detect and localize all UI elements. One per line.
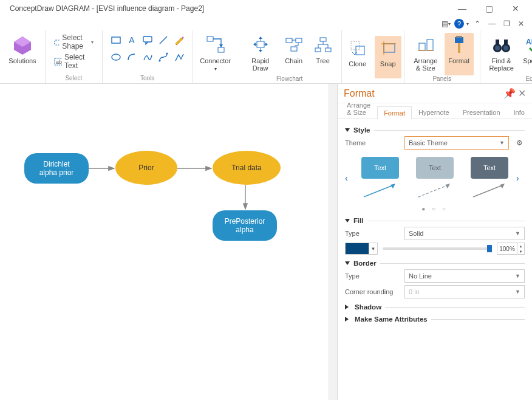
svg-rect-2 bbox=[55, 40, 60, 45]
arrange-size-button[interactable]: Arrange & Size bbox=[411, 33, 441, 75]
style-next[interactable]: › bbox=[516, 173, 525, 182]
fill-opacity-slider[interactable] bbox=[383, 247, 492, 250]
snap-icon bbox=[377, 37, 399, 59]
bezier-tool[interactable] bbox=[156, 50, 171, 64]
svg-marker-16 bbox=[259, 36, 262, 39]
polyline-tool[interactable] bbox=[172, 50, 186, 64]
window-title: ConceptDraw DIAGRAM - [EVSI influence di… bbox=[4, 4, 204, 13]
ellipse-tool[interactable] bbox=[109, 50, 123, 64]
minimize-button[interactable]: — bbox=[449, 1, 475, 16]
svg-rect-7 bbox=[143, 36, 152, 42]
doc-close-icon[interactable]: ✕ bbox=[515, 18, 527, 30]
line-tool[interactable] bbox=[156, 33, 171, 47]
tab-presentation[interactable]: Presentation bbox=[456, 106, 507, 119]
svg-point-40 bbox=[503, 46, 508, 50]
arrow-style-3[interactable] bbox=[471, 181, 508, 199]
text-tool[interactable]: A bbox=[124, 33, 139, 47]
svg-rect-22 bbox=[291, 47, 297, 51]
shadow-section-toggle[interactable]: Shadow bbox=[345, 303, 525, 311]
connector-icon bbox=[205, 34, 227, 56]
arrange-icon bbox=[415, 34, 437, 56]
select-text-icon: ab bbox=[54, 57, 62, 66]
maximize-button[interactable]: ▢ bbox=[476, 1, 502, 16]
workspace: Dirichlet alpha prior Prior Trial data P… bbox=[0, 84, 532, 400]
svg-text:ab: ab bbox=[56, 59, 62, 65]
panel-close-icon[interactable]: ✕ bbox=[518, 88, 526, 99]
select-shape-button[interactable]: Select Shape ▾ bbox=[52, 33, 96, 51]
border-section-toggle[interactable]: Border bbox=[345, 260, 525, 267]
fill-color-picker[interactable]: ▼ bbox=[345, 243, 378, 255]
pin-icon[interactable]: 📌 bbox=[503, 88, 516, 99]
theme-select[interactable]: Basic Theme▼ bbox=[404, 136, 509, 150]
svg-rect-24 bbox=[315, 48, 321, 52]
chain-button[interactable]: Chain bbox=[281, 33, 307, 75]
rapid-draw-icon bbox=[250, 34, 271, 56]
doc-restore-icon[interactable]: ❐ bbox=[500, 18, 513, 30]
svg-point-9 bbox=[112, 54, 120, 60]
style-swatch-1[interactable]: Text bbox=[361, 157, 399, 179]
connector-button[interactable]: Connector ▾ bbox=[199, 33, 232, 75]
find-replace-button[interactable]: Find & Replace bbox=[486, 33, 517, 75]
rectangle-tool[interactable] bbox=[109, 33, 123, 47]
tab-arrange[interactable]: Arrange & Size bbox=[340, 98, 377, 119]
rapid-draw-button[interactable]: Rapid Draw bbox=[244, 33, 277, 75]
border-type-select[interactable]: No Line▼ bbox=[404, 269, 525, 283]
canvas[interactable]: Dirichlet alpha prior Prior Trial data P… bbox=[0, 84, 338, 400]
binoculars-icon bbox=[491, 34, 513, 56]
svg-rect-20 bbox=[286, 38, 292, 43]
svg-rect-28 bbox=[384, 44, 395, 52]
svg-rect-23 bbox=[320, 38, 326, 41]
svg-rect-12 bbox=[207, 36, 213, 41]
spelling-button[interactable]: ABC Spelling bbox=[520, 33, 532, 75]
tab-format[interactable]: Format bbox=[377, 106, 412, 119]
panel-tabs: Arrange & Size Format Hypernote Presenta… bbox=[338, 103, 532, 119]
corner-rounding-select[interactable]: 0 in▼ bbox=[404, 285, 525, 298]
collapse-ribbon-icon[interactable]: ⌃ bbox=[471, 18, 483, 30]
spline-tool[interactable] bbox=[140, 50, 155, 64]
chain-icon bbox=[283, 34, 305, 56]
svg-marker-17 bbox=[259, 50, 262, 52]
arc-tool[interactable] bbox=[124, 50, 139, 64]
svg-rect-34 bbox=[455, 37, 463, 43]
select-text-button[interactable]: ab Select Text bbox=[52, 52, 96, 71]
arrow-style-1[interactable] bbox=[361, 181, 399, 199]
style-swatch-3[interactable]: Text bbox=[471, 157, 508, 179]
svg-line-54 bbox=[473, 185, 503, 197]
svg-marker-53 bbox=[445, 184, 450, 188]
fill-section-toggle[interactable]: Fill bbox=[345, 217, 525, 224]
fill-opacity-input[interactable]: 100%▲▼ bbox=[497, 243, 525, 255]
theme-settings-icon[interactable]: ⚙ bbox=[514, 137, 525, 148]
tab-hypernote[interactable]: Hypernote bbox=[412, 106, 456, 119]
callout-tool[interactable] bbox=[140, 33, 155, 47]
solutions-button[interactable]: Solutions bbox=[6, 33, 39, 75]
svg-rect-15 bbox=[257, 41, 264, 47]
make-same-section-toggle[interactable]: Make Same Attributes bbox=[345, 316, 525, 323]
tab-info[interactable]: Info bbox=[507, 106, 531, 119]
doc-icon[interactable]: ▤▾ bbox=[440, 18, 452, 30]
select-shape-icon bbox=[54, 37, 60, 47]
style-prev[interactable]: ‹ bbox=[345, 173, 353, 182]
svg-rect-32 bbox=[427, 40, 433, 50]
doc-controls: ▤▾ ?▾ ⌃ — ❐ ✕ bbox=[0, 17, 532, 30]
svg-text:A: A bbox=[129, 35, 135, 45]
canvas-scrollbar[interactable] bbox=[329, 84, 337, 400]
style-pager[interactable]: ● ○ ○ bbox=[345, 205, 525, 212]
panel-title: Format bbox=[344, 88, 375, 99]
svg-rect-42 bbox=[504, 40, 508, 46]
fill-type-select[interactable]: Solid▼ bbox=[404, 227, 525, 240]
svg-rect-31 bbox=[419, 43, 425, 50]
tree-button[interactable]: Tree bbox=[311, 33, 335, 75]
help-icon[interactable]: ? bbox=[454, 19, 464, 29]
svg-rect-13 bbox=[218, 47, 224, 52]
format-button[interactable]: Format bbox=[445, 33, 474, 75]
window-titlebar: ConceptDraw DIAGRAM - [EVSI influence di… bbox=[0, 0, 532, 17]
close-button[interactable]: ✕ bbox=[503, 1, 528, 16]
pencil-tool[interactable] bbox=[172, 33, 186, 47]
svg-line-50 bbox=[364, 185, 394, 197]
snap-button[interactable]: Snap bbox=[375, 36, 401, 78]
doc-minimize-icon[interactable]: — bbox=[486, 18, 498, 30]
style-swatch-2[interactable]: Text bbox=[416, 157, 454, 179]
style-section-toggle[interactable]: Style bbox=[345, 126, 525, 134]
arrow-style-2[interactable] bbox=[416, 181, 454, 199]
clone-button[interactable]: Clone bbox=[344, 36, 371, 78]
